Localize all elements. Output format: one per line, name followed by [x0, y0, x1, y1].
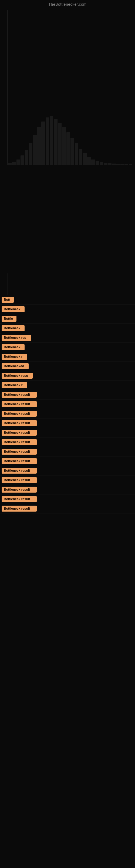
result-label-9[interactable]: Bottleneck resu [2, 373, 33, 379]
result-row-19: Bottleneck result [0, 466, 135, 475]
chart-bar-19 [87, 157, 91, 165]
chart-bar-3 [20, 155, 24, 165]
result-label-20[interactable]: Bottleneck result [2, 477, 37, 483]
chart-bar-4 [25, 150, 28, 165]
result-label-22[interactable]: Bottleneck result [2, 496, 37, 502]
chart-bar-27 [121, 164, 124, 165]
chart-bar-10 [50, 116, 53, 165]
bar-chart [8, 24, 132, 165]
result-label-14[interactable]: Bottleneck result [2, 420, 37, 426]
chart-bar-8 [41, 122, 45, 165]
result-row-11: Bottleneck result [0, 390, 135, 400]
result-label-17[interactable]: Bottleneck result [2, 448, 37, 455]
mid-spacer-2 [0, 284, 135, 295]
chart-bar-28 [125, 164, 128, 165]
result-label-19[interactable]: Bottleneck result [2, 468, 37, 474]
chart-bar-25 [112, 163, 116, 165]
chart-spacer [0, 165, 135, 273]
chart-bar-13 [62, 127, 65, 165]
result-label-8[interactable]: Bottlenecked [2, 363, 29, 369]
result-row-23: Bottleneck result [0, 504, 135, 514]
result-row-1: Bott [0, 295, 135, 305]
chart-bar-6 [33, 135, 37, 165]
result-row-9: Bottleneck resu [0, 371, 135, 380]
result-label-12[interactable]: Bottleneck result [2, 401, 37, 407]
chart-bar-21 [96, 161, 99, 165]
mid-spacer [0, 273, 135, 284]
chart-bar-7 [37, 127, 41, 165]
result-row-13: Bottleneck result [0, 409, 135, 418]
result-row-6: Bottleneck [0, 343, 135, 352]
result-label-18[interactable]: Bottleneck result [2, 458, 37, 464]
result-row-12: Bottleneck result [0, 400, 135, 409]
chart-bar-24 [108, 163, 111, 165]
result-row-15: Bottleneck result [0, 428, 135, 437]
chart-bar-26 [117, 164, 120, 165]
result-label-23[interactable]: Bottleneck result [2, 506, 37, 512]
result-label-21[interactable]: Bottleneck result [2, 487, 37, 493]
result-label-16[interactable]: Bottleneck result [2, 439, 37, 445]
result-label-6[interactable]: Bottleneck [2, 344, 25, 350]
result-label-13[interactable]: Bottleneck result [2, 411, 37, 416]
chart-bar-5 [29, 143, 32, 165]
chart-bar-14 [66, 132, 70, 165]
result-row-10: Bottleneck r [0, 380, 135, 390]
chart-bar-22 [100, 162, 103, 165]
result-row-22: Bottleneck result [0, 495, 135, 504]
result-label-11[interactable]: Bottleneck result [2, 392, 37, 398]
chart-bar-15 [71, 138, 74, 165]
chart-bar-20 [91, 159, 95, 165]
result-label-7[interactable]: Bottleneck r [2, 354, 27, 360]
result-label-5[interactable]: Bottleneck res [2, 335, 31, 341]
result-label-10[interactable]: Bottleneck r [2, 382, 27, 388]
chart-bar-16 [75, 143, 78, 165]
result-row-3: Bottle [0, 314, 135, 323]
result-row-20: Bottleneck result [0, 475, 135, 485]
result-row-17: Bottleneck result [0, 447, 135, 457]
result-row-16: Bottleneck result [0, 437, 135, 447]
result-label-4[interactable]: Bottleneck [2, 325, 25, 331]
chart-bar-1 [12, 162, 16, 165]
chart-bar-17 [79, 149, 82, 165]
result-label-2[interactable]: Bottleneck [2, 306, 25, 312]
chart-bar-11 [54, 119, 57, 165]
result-label-3[interactable]: Bottle [2, 316, 16, 322]
chart-bar-29 [129, 164, 132, 165]
result-row-21: Bottleneck result [0, 485, 135, 495]
chart-bar-18 [83, 153, 86, 165]
chart-bar-12 [58, 123, 61, 165]
result-row-5: Bottleneck res [0, 333, 135, 343]
results-section: BottBottleneckBottleBottleneckBottleneck… [0, 295, 135, 519]
chart-bar-9 [46, 118, 49, 165]
result-label-15[interactable]: Bottleneck result [2, 430, 37, 436]
chart-bar-2 [16, 159, 20, 165]
result-row-2: Bottleneck [0, 305, 135, 314]
result-row-18: Bottleneck result [0, 457, 135, 466]
result-row-8: Bottlenecked [0, 362, 135, 371]
result-row-14: Bottleneck result [0, 418, 135, 428]
chart-bar-0 [8, 163, 12, 165]
chart-bar-23 [104, 163, 107, 165]
result-row-7: Bottleneck r [0, 352, 135, 362]
site-title: TheBottlenecker.com [0, 0, 135, 8]
chart-area [0, 8, 135, 165]
result-label-1[interactable]: Bott [2, 297, 14, 303]
result-row-4: Bottleneck [0, 323, 135, 333]
